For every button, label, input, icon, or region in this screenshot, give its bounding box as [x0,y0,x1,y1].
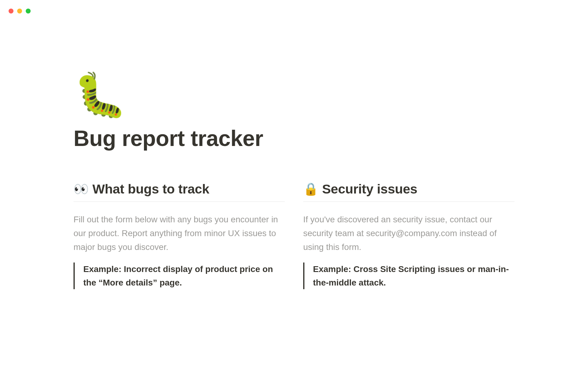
column-left: 👀 What bugs to track Fill out the form b… [74,182,285,289]
column-right: 🔒 Security issues If you've discovered a… [303,182,514,289]
columns-container: 👀 What bugs to track Fill out the form b… [74,182,514,289]
page-icon[interactable]: 🐛 [74,74,514,117]
section-heading-security-text: Security issues [322,182,417,197]
section-heading-bugs[interactable]: 👀 What bugs to track [74,182,285,202]
section-body-security[interactable]: If you've discovered an security issue, … [303,213,514,254]
lock-icon: 🔒 [303,182,318,196]
window-close-button[interactable] [9,9,13,13]
callout-security[interactable]: Example: Cross Site Scripting issues or … [303,263,514,289]
page-title[interactable]: Bug report tracker [74,126,514,151]
section-heading-security[interactable]: 🔒 Security issues [303,182,514,202]
eyes-icon: 👀 [74,182,89,196]
section-body-bugs[interactable]: Fill out the form below with any bugs yo… [74,213,285,254]
section-heading-bugs-text: What bugs to track [92,182,209,197]
window-controls [9,9,31,13]
window-maximize-button[interactable] [26,9,31,13]
callout-bugs[interactable]: Example: Incorrect display of product pr… [74,263,285,289]
window-minimize-button[interactable] [17,9,22,13]
page-content: 🐛 Bug report tracker 👀 What bugs to trac… [74,74,514,289]
